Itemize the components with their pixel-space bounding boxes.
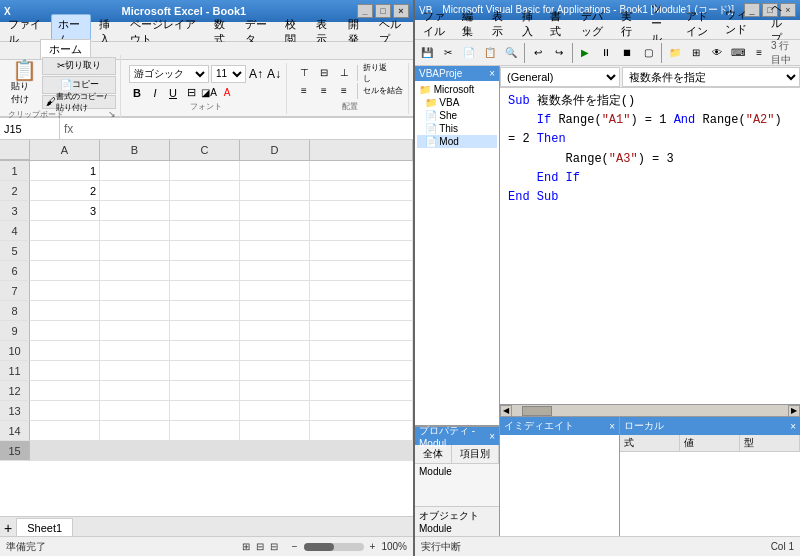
cell-c5[interactable] — [170, 241, 240, 261]
cell-c2[interactable] — [170, 181, 240, 201]
cell-a2[interactable]: 2 — [30, 181, 100, 201]
font-name-select[interactable]: 游ゴシック — [129, 65, 209, 83]
vba-code-scrollbar-h[interactable]: ◀ ▶ — [500, 404, 800, 416]
cell-e6[interactable] — [310, 261, 413, 281]
vba-paste-btn[interactable]: 📋 — [480, 43, 500, 63]
cell-c7[interactable] — [170, 281, 240, 301]
vba-copy-btn[interactable]: 📄 — [459, 43, 479, 63]
cell-a10[interactable] — [30, 341, 100, 361]
cell-e10[interactable] — [310, 341, 413, 361]
cell-b7[interactable] — [100, 281, 170, 301]
vba-locals-content[interactable] — [620, 452, 800, 536]
col-header-b[interactable]: B — [100, 140, 170, 160]
cell-e11[interactable] — [310, 361, 413, 381]
cell-e15[interactable] — [310, 441, 413, 461]
cell-d8[interactable] — [240, 301, 310, 321]
row-header-8[interactable]: 8 — [0, 301, 30, 321]
vba-procedure-combo[interactable]: 複数条件を指定 — [622, 67, 800, 87]
align-center-btn[interactable]: ≡ — [315, 83, 333, 99]
cell-d15[interactable] — [240, 441, 310, 461]
cell-a9[interactable] — [30, 321, 100, 341]
row-header-4[interactable]: 4 — [0, 221, 30, 241]
cell-e9[interactable] — [310, 321, 413, 341]
cell-b9[interactable] — [100, 321, 170, 341]
vba-cut-btn[interactable]: ✂ — [438, 43, 458, 63]
vba-immediate-btn[interactable]: ⌨ — [728, 43, 748, 63]
zoom-slider[interactable] — [304, 543, 364, 551]
row-header-14[interactable]: 14 — [0, 421, 30, 441]
align-top-btn[interactable]: ⊤ — [295, 65, 313, 81]
fill-color-btn[interactable]: ◪A — [201, 85, 217, 101]
font-color-btn[interactable]: A — [219, 85, 235, 101]
cell-d4[interactable] — [240, 221, 310, 241]
align-bottom-btn[interactable]: ⊥ — [335, 65, 353, 81]
vba-props-tab-all[interactable]: 全体 — [415, 445, 452, 463]
cell-a14[interactable] — [30, 421, 100, 441]
vba-save-btn[interactable]: 💾 — [417, 43, 437, 63]
cell-e13[interactable] — [310, 401, 413, 421]
cell-a8[interactable] — [30, 301, 100, 321]
underline-btn[interactable]: U — [165, 85, 181, 101]
vba-props-tab-category[interactable]: 項目別 — [452, 445, 499, 463]
cell-a12[interactable] — [30, 381, 100, 401]
add-sheet-btn[interactable]: + — [4, 520, 12, 536]
scroll-thumb[interactable] — [522, 406, 552, 416]
scroll-right-btn[interactable]: ▶ — [788, 405, 800, 417]
vba-immediate-content[interactable] — [500, 435, 619, 536]
row-header-7[interactable]: 7 — [0, 281, 30, 301]
vba-tree-item-module[interactable]: 📄 Mod — [417, 135, 497, 148]
cell-e3[interactable] — [310, 201, 413, 221]
cut-button[interactable]: ✂ 切り取り — [42, 57, 116, 75]
vba-redo-btn[interactable]: ↪ — [549, 43, 569, 63]
col-header-d[interactable]: D — [240, 140, 310, 160]
zoom-out-btn[interactable]: − — [292, 541, 298, 552]
cell-e2[interactable] — [310, 181, 413, 201]
cell-c15[interactable] — [170, 441, 240, 461]
vba-find-btn[interactable]: 🔍 — [501, 43, 521, 63]
vba-immediate-close-btn[interactable]: × — [609, 421, 615, 432]
cell-a1[interactable]: 1 — [30, 161, 100, 181]
cell-c10[interactable] — [170, 341, 240, 361]
cell-c8[interactable] — [170, 301, 240, 321]
format-painter-button[interactable]: 🖌 書式のコピー/貼り付け — [42, 95, 116, 109]
cell-c3[interactable] — [170, 201, 240, 221]
cell-d5[interactable] — [240, 241, 310, 261]
vba-tree-item-this[interactable]: 📄 This — [417, 122, 497, 135]
cell-b6[interactable] — [100, 261, 170, 281]
cell-c13[interactable] — [170, 401, 240, 421]
vba-tree-item-sheet[interactable]: 📄 She — [417, 109, 497, 122]
vba-locals-btn[interactable]: ≡ — [749, 43, 769, 63]
cell-a3[interactable]: 3 — [30, 201, 100, 221]
vba-project-close-btn[interactable]: × — [489, 68, 495, 79]
cell-d7[interactable] — [240, 281, 310, 301]
cell-reference-box[interactable]: J15 — [0, 118, 60, 139]
cell-c1[interactable] — [170, 161, 240, 181]
vba-mode-btn[interactable]: ▢ — [638, 43, 658, 63]
vba-run-btn[interactable]: ▶ — [575, 43, 595, 63]
cell-e14[interactable] — [310, 421, 413, 441]
cell-d3[interactable] — [240, 201, 310, 221]
row-header-2[interactable]: 2 — [0, 181, 30, 201]
cell-a6[interactable] — [30, 261, 100, 281]
cell-d10[interactable] — [240, 341, 310, 361]
cell-e8[interactable] — [310, 301, 413, 321]
vba-props-close-btn[interactable]: × — [489, 431, 495, 442]
align-middle-btn[interactable]: ⊟ — [315, 65, 333, 81]
cell-c14[interactable] — [170, 421, 240, 441]
cell-c12[interactable] — [170, 381, 240, 401]
cell-b4[interactable] — [100, 221, 170, 241]
vba-tree-item-vba[interactable]: 📁 VBA — [417, 96, 497, 109]
row-header-12[interactable]: 12 — [0, 381, 30, 401]
cell-d9[interactable] — [240, 321, 310, 341]
vba-object-combo[interactable]: (General) — [500, 67, 620, 87]
row-header-9[interactable]: 9 — [0, 321, 30, 341]
cell-a7[interactable] — [30, 281, 100, 301]
cell-b11[interactable] — [100, 361, 170, 381]
formula-input[interactable] — [77, 123, 413, 135]
paste-button[interactable]: 📋 貼り付け — [8, 57, 40, 109]
vba-break-btn[interactable]: ⏸ — [596, 43, 616, 63]
cell-e7[interactable] — [310, 281, 413, 301]
increase-font-btn[interactable]: A↑ — [248, 66, 264, 82]
italic-btn[interactable]: I — [147, 85, 163, 101]
layout-preview-icon[interactable]: ⊟ — [270, 541, 278, 552]
